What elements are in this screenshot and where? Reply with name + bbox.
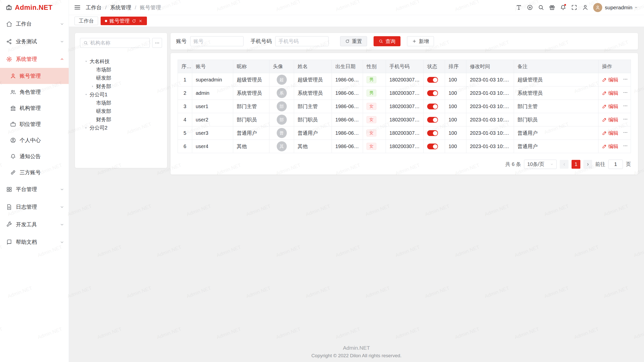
status-toggle[interactable]	[427, 130, 438, 136]
tree-node[interactable]: 分公司2	[80, 124, 162, 132]
account-input[interactable]	[193, 38, 240, 44]
row-operations: 编辑	[602, 90, 627, 97]
org-more-button[interactable]	[152, 38, 162, 48]
hamburger-icon[interactable]	[74, 4, 81, 11]
status-toggle[interactable]	[427, 117, 438, 123]
app-logo[interactable]: Admin.NET	[0, 0, 69, 15]
sidebar-item-personal-center[interactable]: 个人中心	[0, 132, 69, 148]
sidebar: Admin.NET 工作台业务测试系统管理账号管理角色管理机构管理职位管理个人中…	[0, 0, 69, 362]
search-button[interactable]: 查询	[374, 36, 400, 46]
sidebar-item-notice[interactable]: 通知公告	[0, 148, 69, 164]
edit-icon	[602, 104, 607, 109]
next-page-button[interactable]	[583, 160, 592, 169]
pagination-total: 共 6 条	[505, 161, 521, 168]
sidebar-item-account-mgmt[interactable]: 账号管理	[0, 68, 69, 84]
breadcrumb-item[interactable]: 系统管理	[110, 4, 131, 11]
status-toggle[interactable]	[427, 77, 438, 83]
org-search-input[interactable]	[90, 40, 146, 46]
search-button[interactable]	[535, 2, 546, 13]
table-row: 1superadmin超级管理员超超级管理员1986-06-28男1802003…	[178, 73, 631, 86]
tab-refresh-icon[interactable]	[132, 19, 136, 23]
page-1-button[interactable]: 1	[572, 160, 580, 169]
tree-node[interactable]: 市场部	[80, 66, 162, 74]
tree-node[interactable]: 大名科技	[80, 57, 162, 66]
prev-page-button[interactable]	[560, 160, 569, 169]
row-more-button[interactable]	[623, 117, 628, 123]
cell-index: 2	[178, 86, 192, 100]
chevron-down-icon	[60, 222, 64, 227]
row-more-button[interactable]	[623, 77, 628, 83]
account-input-box	[190, 36, 244, 46]
sidebar-item-log-mgmt[interactable]: 日志管理	[0, 198, 69, 216]
tree-node-label: 市场部	[96, 100, 111, 106]
cell-name: 系统管理员	[294, 86, 332, 100]
topbar-icon-group	[513, 2, 591, 13]
add-button[interactable]: 新增	[407, 36, 434, 46]
fullscreen-button[interactable]	[569, 2, 580, 13]
edit-button[interactable]: 编辑	[602, 130, 618, 137]
sidebar-item-system-mgmt[interactable]: 系统管理	[0, 50, 69, 68]
breadcrumb-item[interactable]: 账号管理	[140, 4, 161, 11]
tree-node[interactable]: 研发部	[80, 107, 162, 115]
status-toggle[interactable]	[427, 144, 438, 149]
edit-button[interactable]: 编辑	[602, 116, 618, 123]
edit-button-label: 编辑	[608, 103, 618, 110]
status-toggle[interactable]	[427, 104, 438, 109]
sidebar-item-org-mgmt[interactable]: 机构管理	[0, 100, 69, 116]
tree-node[interactable]: 财务部	[80, 82, 162, 90]
tab-workbench[interactable]: 工作台	[74, 17, 98, 25]
cell-nickname: 超级管理员	[233, 73, 269, 86]
caret-right-icon[interactable]	[83, 126, 90, 129]
chevron-right-icon	[586, 162, 590, 166]
gift-button[interactable]	[546, 2, 557, 13]
avatar: 系	[277, 88, 287, 98]
caret-right-icon[interactable]	[89, 85, 96, 88]
sidebar-item-label: 角色管理	[20, 88, 41, 96]
page-size-select[interactable]: 10条/页	[524, 160, 557, 169]
cell-phone: 18020030720	[386, 100, 424, 113]
caret-down-icon[interactable]	[83, 93, 90, 96]
sidebar-item-position-mgmt[interactable]: 职位管理	[0, 116, 69, 132]
status-toggle[interactable]	[427, 90, 438, 96]
user-button[interactable]	[580, 2, 591, 13]
reset-button[interactable]: 重置	[340, 36, 367, 46]
tab-account-mgmt[interactable]: 账号管理	[101, 17, 147, 25]
edit-button[interactable]: 编辑	[602, 103, 618, 110]
tree-node[interactable]: 市场部	[80, 99, 162, 107]
account-label: 账号	[176, 38, 187, 45]
share-icon	[6, 38, 12, 45]
sidebar-item-role-mgmt[interactable]: 角色管理	[0, 84, 69, 100]
column-header: 出生日期	[332, 60, 363, 73]
font-size-button[interactable]	[513, 2, 524, 13]
tabbar: 工作台账号管理	[69, 15, 644, 27]
pagination: 共 6 条 10条/页 1 前往	[178, 160, 631, 169]
row-more-button[interactable]	[623, 143, 628, 150]
goto-label: 前往	[595, 161, 605, 168]
edit-button[interactable]: 编辑	[602, 143, 618, 150]
sidebar-item-third-party-account[interactable]: 三方账号	[0, 164, 69, 180]
breadcrumb-item[interactable]: 工作台	[86, 4, 102, 11]
tree-node[interactable]: 财务部	[80, 115, 162, 124]
edit-button[interactable]: 编辑	[602, 90, 618, 97]
user-menu[interactable]: superadmin	[593, 3, 638, 12]
tab-close-icon[interactable]	[138, 19, 143, 23]
cell-remark: 普通用户	[514, 126, 598, 140]
row-more-button[interactable]	[623, 103, 628, 110]
row-operations: 编辑	[602, 130, 627, 137]
phone-input[interactable]	[278, 38, 325, 44]
tree-node[interactable]: 研发部	[80, 74, 162, 82]
goto-page-input[interactable]	[608, 160, 623, 169]
caret-down-icon[interactable]	[83, 60, 90, 63]
bell-button[interactable]	[557, 2, 569, 13]
edit-button[interactable]: 编辑	[602, 76, 618, 83]
sidebar-item-platform-mgmt[interactable]: 平台管理	[0, 180, 69, 198]
tree-node[interactable]: 分公司1	[80, 90, 162, 99]
cell-modified: 2023-01-03 10:59:44	[466, 73, 514, 86]
row-more-button[interactable]	[623, 130, 628, 136]
sidebar-item-help-docs[interactable]: 帮助文档	[0, 233, 69, 251]
sidebar-item-business-test[interactable]: 业务测试	[0, 33, 69, 50]
sidebar-item-dev-tools[interactable]: 开发工具	[0, 216, 69, 233]
sidebar-item-workbench[interactable]: 工作台	[0, 15, 69, 33]
circle-arrow-button[interactable]	[524, 2, 535, 13]
row-more-button[interactable]	[623, 90, 628, 96]
